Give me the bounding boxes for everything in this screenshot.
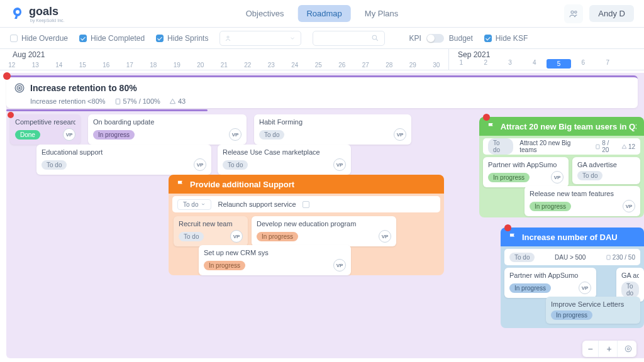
timeline-day[interactable]: 19: [165, 62, 189, 69]
people-select[interactable]: [219, 31, 301, 46]
timeline-day[interactable]: 20: [189, 62, 213, 69]
timeline-day[interactable]: 16: [94, 62, 118, 69]
month-sep: Sep 2021: [458, 50, 644, 59]
flag-icon: [508, 233, 517, 241]
timeline-day[interactable]: 12: [0, 62, 24, 69]
svg-rect-8: [596, 145, 599, 149]
hide-ksf-checkbox[interactable]: Hide KSF: [484, 34, 528, 43]
zoom-out-button[interactable]: −: [582, 341, 599, 357]
timeline-day[interactable]: 21: [213, 62, 236, 69]
roadmap-canvas[interactable]: Increase retention to 80% Increase reten…: [0, 70, 644, 362]
timeline-day[interactable]: 22: [236, 62, 260, 69]
group-attract[interactable]: Attract 20 new Big team users in Q3 To d…: [479, 117, 644, 217]
people-icon[interactable]: [564, 4, 583, 23]
clipboard-icon: [114, 98, 121, 105]
kpi-label: KPI: [409, 34, 421, 43]
kpi-budget-toggle[interactable]: [426, 34, 444, 43]
user-button[interactable]: Andy D: [589, 5, 634, 22]
svg-point-2: [227, 36, 229, 38]
timeline-day[interactable]: 28: [377, 62, 401, 69]
timeline-day[interactable]: 18: [142, 62, 165, 69]
timeline-day[interactable]: 30: [425, 62, 448, 69]
timeline-day[interactable]: 6: [571, 59, 596, 69]
hide-completed-checkbox[interactable]: Hide Completed: [79, 34, 145, 43]
alert-icon: [504, 224, 511, 231]
svg-point-11: [627, 348, 630, 350]
timeline-day[interactable]: 17: [118, 62, 142, 69]
timeline-day[interactable]: 7: [596, 59, 620, 69]
group-dau[interactable]: Increase number of DAU To do DAU > 500 2…: [501, 228, 644, 328]
svg-point-3: [373, 35, 377, 40]
timeline-day[interactable]: 29: [401, 62, 425, 69]
logo-sub: by KeepSolid Inc.: [30, 18, 64, 23]
timeline-day[interactable]: 27: [354, 62, 378, 69]
card-release-team[interactable]: Release new team features In progressVP: [525, 186, 640, 216]
card-partner-g[interactable]: Partner with AppSumo In progressVP: [483, 157, 569, 187]
card-crm[interactable]: Set up new CRM sys In progressVP: [199, 245, 351, 275]
search-icon: [371, 34, 379, 42]
relaunch-checkbox[interactable]: [303, 201, 309, 208]
hide-overdue-checkbox[interactable]: Hide Overdue: [10, 34, 68, 43]
flag-icon: [176, 180, 185, 189]
nav-objectives[interactable]: Objectives: [237, 5, 293, 22]
svg-point-0: [571, 11, 574, 13]
card-edu[interactable]: Educational support To doVP: [36, 145, 211, 175]
status-select[interactable]: To do: [177, 199, 211, 210]
card-ga-g[interactable]: GA advertise To do: [572, 157, 640, 184]
card-habit[interactable]: Habit Forming To doVP: [254, 114, 411, 145]
search-input[interactable]: [313, 31, 385, 46]
svg-point-5: [17, 85, 22, 90]
timeline-header: Aug 2021 1213141516171819202122232425262…: [0, 49, 644, 70]
budget-label: Budget: [449, 34, 473, 43]
timeline-day[interactable]: 2: [474, 59, 498, 69]
svg-point-10: [625, 346, 631, 351]
nav: Objectives Roadmap My Plans: [237, 5, 408, 22]
timeline-day[interactable]: 4: [522, 59, 547, 69]
alert-icon: [3, 72, 11, 80]
timeline-day[interactable]: 26: [330, 62, 354, 69]
svg-point-1: [575, 11, 577, 13]
timeline-day[interactable]: 25: [307, 62, 331, 69]
timeline-day[interactable]: 13: [24, 62, 48, 69]
svg-point-4: [15, 84, 24, 92]
timeline-day[interactable]: 24: [283, 62, 307, 69]
timeline-day[interactable]: 14: [47, 62, 71, 69]
svg-rect-9: [607, 255, 610, 260]
timeline-day[interactable]: 3: [498, 59, 523, 69]
zoom-controls: − +: [582, 341, 636, 357]
chevron-down-icon: [289, 35, 296, 41]
card-release[interactable]: Release Use Case marketplace To doVP: [218, 145, 351, 175]
hide-sprints-checkbox[interactable]: Hide Sprints: [156, 34, 208, 43]
month-aug: Aug 2021: [13, 50, 448, 59]
card-onboarding[interactable]: On boarding update In progressVP: [88, 114, 247, 145]
svg-point-6: [19, 87, 20, 89]
objective-header[interactable]: Increase retention to 80% Increase reten…: [6, 75, 638, 108]
card-partner-b[interactable]: Partner with AppSumo In progressVP: [504, 268, 596, 298]
nav-roadmap[interactable]: Roadmap: [297, 5, 350, 22]
timeline-day[interactable]: 23: [260, 62, 284, 69]
alert-icon: [8, 112, 14, 118]
svg-rect-7: [116, 99, 119, 104]
target-icon: [14, 82, 25, 94]
logo-icon: [10, 6, 25, 21]
timeline-day[interactable]: 5: [547, 59, 571, 69]
timeline-day[interactable]: 15: [71, 62, 95, 69]
card-improve[interactable]: Improve Service Letters In progress: [546, 297, 640, 324]
card-competitive-research[interactable]: Competitive research DoneVP: [10, 114, 80, 145]
zoom-fit-button[interactable]: [620, 341, 636, 357]
flag-icon: [487, 122, 496, 131]
logo: goals by KeepSolid Inc.: [10, 5, 64, 23]
timeline-day[interactable]: 1: [449, 59, 474, 69]
triangle-icon: [169, 98, 176, 105]
card-recruit[interactable]: Recruit new team To doVP: [174, 216, 248, 246]
zoom-in-button[interactable]: +: [601, 341, 618, 357]
nav-myplans[interactable]: My Plans: [356, 5, 407, 22]
group-support[interactable]: Provide additional Support To do Relaunc…: [169, 175, 444, 275]
logo-text: goals: [29, 5, 64, 18]
card-develop[interactable]: Develop new education program In progres…: [252, 216, 396, 246]
alert-icon: [483, 114, 490, 121]
